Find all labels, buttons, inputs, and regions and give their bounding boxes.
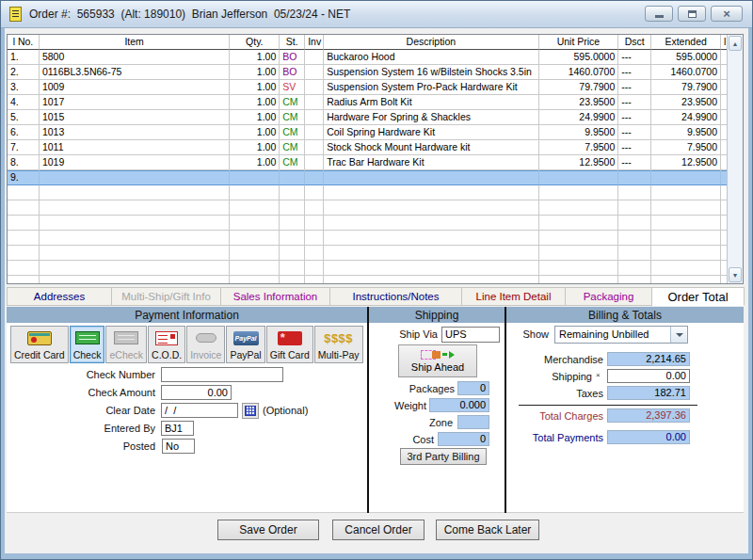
clear-date-label: Clear Date <box>33 405 155 416</box>
calendar-button[interactable] <box>242 403 259 419</box>
cell-qty: 1.00 <box>230 125 280 140</box>
merchandise-value: 2,214.65 <box>607 352 690 366</box>
scroll-down-icon[interactable]: ▼ <box>729 267 742 282</box>
cell-st: CM <box>280 95 305 110</box>
cell-no: 4. <box>8 95 40 110</box>
cell-ext: 595.0000 <box>651 50 721 65</box>
cell-st: SV <box>280 80 305 95</box>
cell-unit: 12.9500 <box>539 155 619 170</box>
third-party-billing-button[interactable]: 3rd Party Billing <box>400 448 487 465</box>
taxes-value: 182.71 <box>607 386 690 400</box>
dropdown-button[interactable] <box>670 327 687 343</box>
table-row[interactable]: 7. 1011 1.00 CM Stock Shock Mount Hardwa… <box>8 140 727 155</box>
total-charges-value: 2,397.36 <box>607 408 690 423</box>
scroll-up-icon[interactable]: ▲ <box>729 36 742 51</box>
table-row-empty[interactable] <box>8 276 727 283</box>
col-inv: Inv <box>305 35 324 50</box>
save-order-button[interactable]: Save Order <box>217 520 319 540</box>
col-extended: Extended <box>651 35 721 50</box>
payment-method-multi-pay[interactable]: $$$$ Multi-Pay <box>314 326 363 363</box>
show-dropdown[interactable]: Remaining Unbilled <box>554 326 688 344</box>
payment-method-credit-card[interactable]: Credit Card <box>10 326 69 363</box>
close-button[interactable]: × <box>711 6 743 22</box>
cell-desc: Suspension System Pro-Pack Hardware Kit <box>324 80 538 95</box>
entered-by-input[interactable] <box>161 421 194 436</box>
payment-method-echeck[interactable]: eCheck <box>105 326 147 363</box>
check-number-input[interactable] <box>161 367 283 382</box>
cell-desc: Hardware For Spring & Shackles <box>324 110 538 125</box>
table-row[interactable]: 4. 1017 1.00 CM Radius Arm Bolt Kit 23.9… <box>8 95 727 110</box>
window-controls: × <box>645 6 743 22</box>
total-charges-label: Total Charges <box>479 410 603 422</box>
window-content: l No. Item Qty. St. Inv Description Unit… <box>5 28 748 553</box>
cell-item: 1015 <box>40 110 230 125</box>
restore-button[interactable] <box>678 6 706 22</box>
ship-via-value[interactable]: UPS <box>441 327 500 343</box>
ship-ahead-button[interactable]: Ship Ahead <box>398 344 477 377</box>
check-amount-input[interactable] <box>161 385 232 400</box>
table-row-empty[interactable] <box>8 216 727 231</box>
come-back-later-button[interactable]: Come Back Later <box>436 520 539 540</box>
entered-by-label: Entered By <box>33 423 155 434</box>
table-row[interactable]: 2. 0116BL3.5N66-75 1.00 BO Suspension Sy… <box>8 65 727 80</box>
minimize-icon <box>655 15 664 18</box>
title-bar[interactable]: Order #: 565933 (Alt: 189010) Brian Jeff… <box>1 1 752 28</box>
col-description: Description <box>324 35 538 50</box>
shipping-charge-value[interactable]: 0.00 <box>607 369 690 383</box>
col-unit-price: Unit Price <box>539 35 619 50</box>
cell-ext: 23.9500 <box>651 95 721 110</box>
tab-line-item-detail[interactable]: Line Item Detail <box>462 287 566 306</box>
payment-method-buttons: Credit Card Check eCheck C.O.D. Invoice … <box>10 326 363 363</box>
minimize-button[interactable] <box>645 6 673 22</box>
table-row[interactable]: 1. 5800 1.00 BO Buckaroo Hood 595.0000 -… <box>8 50 727 65</box>
table-row-empty[interactable] <box>8 200 727 216</box>
table-row[interactable]: 6. 1013 1.00 CM Coil Spring Hardware Kit… <box>8 125 727 140</box>
weight-label: Weight <box>360 400 426 411</box>
cost-label: Cost <box>372 434 434 445</box>
cell-no: 7. <box>8 140 40 155</box>
col-line-no: l No. <box>8 35 40 50</box>
table-row-empty[interactable] <box>8 246 727 261</box>
posted-label: Posted <box>33 440 155 452</box>
cell-inv <box>305 155 324 170</box>
tab-multi-ship-gift-info[interactable]: Multi-Ship/Gift Info <box>112 287 221 306</box>
payment-method-cod[interactable]: C.O.D. <box>148 326 185 363</box>
table-row[interactable]: 3. 1009 1.00 SV Suspension System Pro-Pa… <box>8 80 727 95</box>
tab-addresses[interactable]: Addresses <box>7 287 112 306</box>
cell-unit: 595.0000 <box>539 50 619 65</box>
totals-divider <box>519 405 697 406</box>
table-row[interactable]: 5. 1015 1.00 CM Hardware For Spring & Sh… <box>8 110 727 125</box>
clear-date-input[interactable] <box>161 403 238 418</box>
payment-method-invoice[interactable]: Invoice <box>186 326 225 363</box>
credit-card-icon <box>27 331 52 345</box>
cell-inv <box>305 50 324 65</box>
table-row[interactable]: 8. 1019 1.00 CM Trac Bar Hardware Kit 12… <box>8 155 727 170</box>
table-scrollbar[interactable]: ▲ ▼ <box>727 35 743 283</box>
cell-qty: 1.00 <box>230 110 280 125</box>
order-note-icon <box>9 7 22 22</box>
tab-packaging[interactable]: Packaging <box>566 287 652 306</box>
tab-sales-information[interactable]: Sales Information <box>221 287 330 306</box>
payment-method-gift-card[interactable]: * Gift Card <box>266 326 313 363</box>
section-shipping: Shipping <box>367 307 506 323</box>
show-label: Show <box>511 328 549 340</box>
table-row-empty[interactable] <box>8 185 727 200</box>
cell-no: 8. <box>8 155 40 170</box>
payment-method-paypal[interactable]: PayPal PayPal <box>226 326 264 363</box>
posted-input[interactable] <box>162 439 195 454</box>
cell-desc: Coil Spring Hardware Kit <box>324 125 538 140</box>
check-icon <box>75 331 100 344</box>
tab-instructions-notes[interactable]: Instructions/Notes <box>330 287 462 306</box>
table-row-empty[interactable] <box>8 231 727 246</box>
cell-desc: Buckaroo Hood <box>324 50 538 65</box>
tab-order-total[interactable]: Order Total <box>652 287 745 306</box>
cell-st: CM <box>280 155 305 170</box>
table-row-selected[interactable]: 9. <box>8 170 727 185</box>
cell-desc: Suspension System 16 w/Bilstein Shocks 3… <box>324 65 538 80</box>
cancel-order-button[interactable]: Cancel Order <box>332 520 425 540</box>
payment-method-check[interactable]: Check <box>70 326 105 363</box>
cell-inv <box>305 140 324 155</box>
table-row-empty[interactable] <box>8 261 727 276</box>
cell-inv <box>305 65 324 80</box>
tab-bar: Addresses Multi-Ship/Gift Info Sales Inf… <box>7 287 745 306</box>
